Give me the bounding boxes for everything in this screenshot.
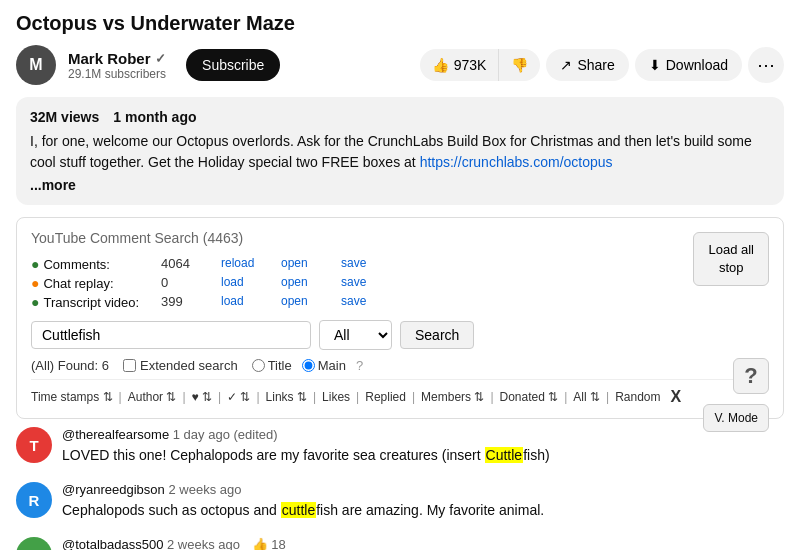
sort-author[interactable]: Author ⇅ bbox=[128, 390, 177, 404]
search-highlight: Cuttle bbox=[485, 447, 524, 463]
like-dislike-group: 👍 973K 👎 bbox=[420, 49, 541, 81]
table-row: T @totalbadass500 2 weeks ago 👍 18 I wou… bbox=[16, 537, 784, 550]
transcript-label: ● Transcript video: bbox=[31, 294, 161, 310]
description-box: 32M views 1 month ago I, for one, welcom… bbox=[16, 97, 784, 205]
chat-open[interactable]: open bbox=[281, 275, 341, 291]
search-button[interactable]: Search bbox=[400, 321, 474, 349]
subscribe-button[interactable]: Subscribe bbox=[186, 49, 280, 81]
extended-search-checkbox[interactable] bbox=[123, 359, 136, 372]
transcript-load[interactable]: load bbox=[221, 294, 281, 310]
transcript-status-dot: ● bbox=[31, 294, 39, 310]
sort-replied[interactable]: Replied bbox=[365, 390, 406, 404]
data-rows: ● Comments: 4064 reload open save ● Chat… bbox=[31, 256, 769, 310]
description-link[interactable]: https://crunchlabs.com/octopus bbox=[420, 154, 613, 170]
comments-status-dot: ● bbox=[31, 256, 39, 272]
verified-icon: ✓ bbox=[155, 51, 166, 66]
search-highlight: cuttle bbox=[281, 502, 316, 518]
comments-open[interactable]: open bbox=[281, 256, 341, 272]
table-row: T @therealfearsome 1 day ago (edited) LO… bbox=[16, 427, 784, 466]
sort-check[interactable]: ✓ ⇅ bbox=[227, 390, 250, 404]
sort-row: Time stamps ⇅ | Author ⇅ | ♥ ⇅ | ✓ ⇅ | L… bbox=[31, 379, 769, 406]
post-date: 1 month ago bbox=[113, 109, 196, 125]
comment-time: 2 weeks ago bbox=[167, 537, 240, 550]
chat-save[interactable]: save bbox=[341, 275, 401, 291]
channel-name: Mark Rober bbox=[68, 50, 151, 67]
comment-header: @ryanreedgibson 2 weeks ago bbox=[62, 482, 784, 497]
comment-header: @therealfearsome 1 day ago (edited) bbox=[62, 427, 784, 442]
dislike-button[interactable]: 👎 bbox=[499, 49, 540, 81]
transcript-count: 399 bbox=[161, 294, 221, 310]
subscriber-count: 29.1M subscribers bbox=[68, 67, 166, 81]
avatar: R bbox=[16, 482, 52, 518]
clear-button[interactable]: X bbox=[667, 388, 686, 406]
help-button[interactable]: ? bbox=[733, 358, 769, 394]
description-text: I, for one, welcome our Octopus overlord… bbox=[30, 131, 770, 173]
download-icon: ⬇ bbox=[649, 57, 661, 73]
comment-body: @therealfearsome 1 day ago (edited) LOVE… bbox=[62, 427, 784, 466]
title-radio[interactable]: Title bbox=[252, 358, 292, 373]
filter-select[interactable]: All Title Main bbox=[319, 320, 392, 350]
video-title: Octopus vs Underwater Maze bbox=[16, 12, 784, 35]
comment-likes: 👍 18 bbox=[252, 537, 286, 550]
comments-save[interactable]: save bbox=[341, 256, 401, 272]
sort-links[interactable]: Links ⇅ bbox=[266, 390, 307, 404]
comments-reload[interactable]: reload bbox=[221, 256, 281, 272]
comment-body: @ryanreedgibson 2 weeks ago Cephalopods … bbox=[62, 482, 784, 521]
comment-author: @ryanreedgibson bbox=[62, 482, 165, 497]
more-options-button[interactable]: ⋯ bbox=[748, 47, 784, 83]
transcript-save[interactable]: save bbox=[341, 294, 401, 310]
sort-donated[interactable]: Donated ⇅ bbox=[500, 390, 559, 404]
video-meta: 32M views 1 month ago bbox=[30, 109, 770, 125]
channel-avatar: M bbox=[16, 45, 56, 85]
sort-timestamps[interactable]: Time stamps ⇅ bbox=[31, 390, 113, 404]
action-buttons: 👍 973K 👎 ↗ Share ⬇ Download ⋯ bbox=[420, 47, 784, 83]
load-stop-button[interactable]: Load all stop bbox=[693, 232, 769, 286]
sort-random[interactable]: Random bbox=[615, 390, 660, 404]
comment-time: 2 weeks ago bbox=[168, 482, 241, 497]
comments-label: ● Comments: bbox=[31, 256, 161, 272]
sort-all[interactable]: All ⇅ bbox=[573, 390, 600, 404]
channel-info: Mark Rober ✓ 29.1M subscribers bbox=[68, 50, 166, 81]
comment-text: LOVED this one! Cephalopods are my favor… bbox=[62, 445, 784, 466]
search-row: All Title Main Search bbox=[31, 320, 769, 350]
search-type-radio-group: Title Main ? bbox=[252, 358, 364, 373]
share-button[interactable]: ↗ Share bbox=[546, 49, 628, 81]
chat-label: ● Chat replay: bbox=[31, 275, 161, 291]
extended-search-label[interactable]: Extended search bbox=[123, 358, 238, 373]
table-row: R @ryanreedgibson 2 weeks ago Cephalopod… bbox=[16, 482, 784, 521]
comment-header: @totalbadass500 2 weeks ago 👍 18 bbox=[62, 537, 784, 550]
search-type-help: ? bbox=[356, 358, 363, 373]
panel-header: YouTube Comment Search (4463) bbox=[31, 230, 769, 246]
search-input[interactable] bbox=[31, 321, 311, 349]
like-count: 973K bbox=[454, 57, 487, 73]
comment-search-panel: YouTube Comment Search (4463) Load all s… bbox=[16, 217, 784, 419]
sort-heart[interactable]: ♥ ⇅ bbox=[192, 390, 212, 404]
thumbs-up-icon: 👍 bbox=[432, 57, 449, 73]
main-radio[interactable]: Main bbox=[302, 358, 346, 373]
thumbs-down-icon: 👎 bbox=[511, 57, 528, 73]
avatar: T bbox=[16, 537, 52, 550]
sort-members[interactable]: Members ⇅ bbox=[421, 390, 484, 404]
comment-text: Cephalopods such as octopus and cuttlefi… bbox=[62, 500, 784, 521]
comment-author: @therealfearsome bbox=[62, 427, 169, 442]
download-button[interactable]: ⬇ Download bbox=[635, 49, 742, 81]
like-button[interactable]: 👍 973K bbox=[420, 49, 500, 81]
share-icon: ↗ bbox=[560, 57, 572, 73]
vmode-button[interactable]: V. Mode bbox=[703, 404, 769, 432]
transcript-open[interactable]: open bbox=[281, 294, 341, 310]
comments-count: 4064 bbox=[161, 256, 221, 272]
view-count: 32M views bbox=[30, 109, 99, 125]
description-more[interactable]: ...more bbox=[30, 177, 770, 193]
comment-body: @totalbadass500 2 weeks ago 👍 18 I would… bbox=[62, 537, 784, 550]
comments-list: T @therealfearsome 1 day ago (edited) LO… bbox=[16, 427, 784, 550]
chat-count: 0 bbox=[161, 275, 221, 291]
results-row: (All) Found: 6 Extended search Title Mai… bbox=[31, 358, 769, 373]
comment-time: 1 day ago (edited) bbox=[173, 427, 278, 442]
comment-author: @totalbadass500 bbox=[62, 537, 163, 550]
found-count: (All) Found: 6 bbox=[31, 358, 109, 373]
chat-load[interactable]: load bbox=[221, 275, 281, 291]
avatar: T bbox=[16, 427, 52, 463]
sort-likes[interactable]: Likes bbox=[322, 390, 350, 404]
chat-status-dot: ● bbox=[31, 275, 39, 291]
